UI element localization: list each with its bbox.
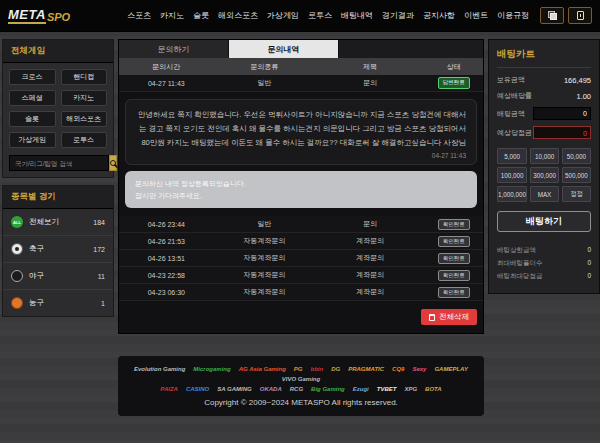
right-sidebar: 배팅카트 보유금액 166,495 예상배당률 1.00 배팅금액 예상당첨금 …	[488, 39, 600, 416]
inquiry-message-text: 안녕하세요 쪽지 확인했습니다. 우선은 먹튀사이트가 아니지않습니까 지금 스…	[136, 108, 466, 150]
amount-button[interactable]: 1,000,000	[497, 186, 527, 202]
status-badge: 확인완료	[438, 253, 470, 265]
sidebar-item-basketball[interactable]: 농구 1	[3, 290, 113, 316]
cell-title: 계좌문의	[316, 270, 425, 280]
cell-type: 일반	[214, 219, 316, 229]
reply-line-1: 문의하신 내역 정상등록되었습니다.	[135, 178, 467, 190]
search-button[interactable]	[109, 155, 117, 171]
cell-time: 04-23 22:58	[119, 272, 214, 279]
provider-logo: GAMEPLAY	[434, 366, 468, 372]
nav-item[interactable]: 배팅내역	[341, 10, 373, 21]
nav-item[interactable]: 이용규정	[497, 10, 529, 21]
table-row[interactable]: 04-26 13:51 자동계좌문의 계좌문의 확인완료	[119, 250, 483, 267]
sport-name: 전체보기	[29, 217, 93, 227]
tab-inquiry-write[interactable]: 문의하기	[119, 40, 229, 58]
left-sidebar: 전체게임 크로스핸디캡스페셜카지노슬롯해외스포츠가상게임로투스 종목별 경기	[2, 39, 114, 416]
nav-item[interactable]: 로투스	[308, 10, 332, 21]
delete-all-button[interactable]: 전체삭제	[421, 309, 477, 325]
reply-line-2: 잠시만 기다려주세요.	[135, 190, 467, 202]
provider-logo: AG Asia Gaming	[239, 366, 286, 372]
table-row[interactable]: 04-23 06:30 자동계좌문의 계좌문의 확인완료	[119, 284, 483, 301]
provider-logo: BOTA	[425, 386, 442, 392]
baseball-icon	[11, 270, 23, 282]
provider-logos-row1: Evolution GamingMicrogamingAG Asia Gamin…	[126, 366, 476, 382]
cell-title: 문의	[316, 78, 425, 88]
provider-logo: PRAGMATIC	[348, 366, 384, 372]
amount-button[interactable]: 정정	[562, 186, 591, 202]
game-category-button[interactable]: 카지노	[61, 90, 108, 106]
nav-item[interactable]: 스포츠	[127, 10, 151, 21]
nav-item[interactable]: 해외스포츠	[218, 10, 258, 21]
nav-item[interactable]: 이벤트	[464, 10, 488, 21]
game-category-button[interactable]: 슬롯	[9, 111, 56, 127]
search-row	[9, 155, 107, 171]
provider-logo: TVBET	[377, 386, 397, 392]
amount-buttons: 5,00010,00050,000100,000300,000500,0001,…	[497, 148, 591, 202]
amount-button[interactable]: 5,000	[497, 148, 527, 164]
table-row-expanded[interactable]: 04-27 11:43 일반 문의 답변완료	[119, 75, 483, 92]
logo-spo-text: SPO	[47, 11, 70, 23]
nav-item[interactable]: 공지사항	[423, 10, 455, 21]
search-icon	[110, 160, 116, 166]
provider-logo: Evolution Gaming	[134, 366, 185, 372]
amount-button[interactable]: 50,000	[562, 148, 591, 164]
cell-time: 04-26 23:44	[119, 221, 214, 228]
table-body: 04-26 23:44 일반 문의 확인완료 04-26 21:53 자동계좌문…	[119, 216, 483, 301]
header-buttons	[540, 7, 592, 24]
amount-button[interactable]: MAX	[530, 186, 559, 202]
table-row[interactable]: 04-26 23:44 일반 문의 확인완료	[119, 216, 483, 233]
vault-icon	[577, 11, 584, 20]
header: META SPO 스포츠카지노슬롯해외스포츠가상게임로투스배팅내역경기결과공지사…	[0, 0, 600, 32]
provider-logo: CQ9	[392, 366, 404, 372]
game-category-button[interactable]: 로투스	[61, 132, 108, 148]
nav-item[interactable]: 카지노	[160, 10, 184, 21]
bet-amount-label: 배팅금액	[497, 109, 525, 119]
provider-logo: bbin	[311, 366, 324, 372]
inquiry-message-box: 안녕하세요 쪽지 확인했습니다. 우선은 먹튀사이트가 아니지않습니까 지금 스…	[125, 99, 477, 165]
game-category-button[interactable]: 스페셜	[9, 90, 56, 106]
cell-type: 자동계좌문의	[214, 236, 316, 246]
status-badge: 확인완료	[438, 270, 470, 282]
amount-button[interactable]: 300,000	[530, 167, 559, 183]
game-category-button[interactable]: 크로스	[9, 69, 56, 85]
site-logo[interactable]: META SPO	[8, 7, 116, 24]
cell-title: 문의	[316, 219, 425, 229]
status-badge: 확인완료	[438, 287, 470, 299]
col-header-type: 문의종류	[214, 62, 316, 72]
sidebar-item-soccer[interactable]: 축구 172	[3, 236, 113, 263]
sidebar-item-baseball[interactable]: 야구 11	[3, 263, 113, 290]
cell-status: 확인완료	[425, 270, 483, 282]
message-button[interactable]	[540, 7, 564, 24]
nav-item[interactable]: 가상게임	[267, 10, 299, 21]
game-category-button[interactable]: 해외스포츠	[61, 111, 108, 127]
bet-button[interactable]: 배팅하기	[497, 211, 591, 232]
bet-amount-row: 배팅금액	[497, 107, 591, 120]
provider-logo: SA GAMING	[217, 386, 251, 392]
sport-name: 야구	[29, 271, 98, 281]
sport-count: 172	[93, 246, 105, 253]
provider-logo: PAIZA	[160, 386, 178, 392]
nav-item[interactable]: 슬롯	[193, 10, 209, 21]
game-category-button[interactable]: 가상게임	[9, 132, 56, 148]
amount-button[interactable]: 100,000	[497, 167, 527, 183]
expected-win-row: 예상당첨금 0	[497, 126, 591, 139]
tab-inquiry-history[interactable]: 문의내역	[229, 40, 339, 58]
vault-button[interactable]	[568, 7, 592, 24]
all-games-body: 크로스핸디캡스페셜카지노슬롯해외스포츠가상게임로투스	[3, 63, 113, 177]
cell-title: 계좌문의	[316, 287, 425, 297]
sports-panel-title: 종목별 경기	[3, 186, 113, 209]
bet-amount-input[interactable]	[533, 107, 591, 120]
game-category-button[interactable]: 핸디캡	[61, 69, 108, 85]
table-row[interactable]: 04-26 21:53 자동계좌문의 계좌문의 확인완료	[119, 233, 483, 250]
amount-button[interactable]: 10,000	[530, 148, 559, 164]
table-row[interactable]: 04-23 22:58 자동계좌문의 계좌문의 확인완료	[119, 267, 483, 284]
limit-label: 배팅최대당첨금	[497, 272, 543, 281]
search-input[interactable]	[9, 155, 109, 171]
betting-cart-title: 배팅카트	[497, 48, 591, 68]
nav-item[interactable]: 경기결과	[382, 10, 414, 21]
sidebar-item-all-sports[interactable]: ALL 전체보기 184	[3, 209, 113, 236]
all-sports-icon: ALL	[11, 216, 23, 228]
delete-row: 전체삭제	[119, 301, 483, 325]
limit-row: 배팅상한금액 0	[497, 246, 591, 255]
amount-button[interactable]: 500,000	[562, 167, 591, 183]
